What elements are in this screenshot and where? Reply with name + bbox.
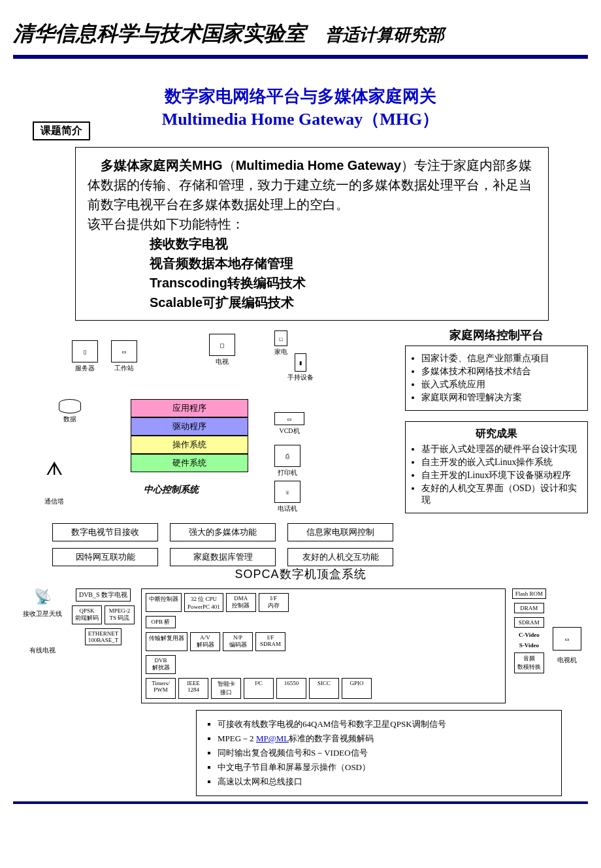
home-net-b2: 嵌入式系统应用 [421, 379, 581, 391]
dev-phone: 电话机 [278, 505, 297, 512]
bus-5: SICC [309, 678, 339, 699]
blk-qpsk: QPSK 前端解码 [72, 605, 102, 624]
header-rule [13, 55, 588, 59]
feature-2: Transcoding转换编码技术 [150, 273, 536, 293]
home-gateway-diagram: ▯服务器 ▭工作站 数据 □电视 ☐家电 ▮手持设备 ▭VCD机 ⎙打印机 ☏电… [13, 327, 400, 562]
intro-bold-en: （Multimedia Home Gateway） [223, 158, 414, 172]
main-title-cn: 数字家电网络平台与多媒体家庭网关 [13, 85, 588, 108]
lab-title: 清华信息科学与技术国家实验室 [13, 20, 306, 48]
dev-tower: 通信塔 [44, 498, 64, 505]
blk-opb: OPB 桥 [146, 616, 176, 628]
sopca-features: 可接收有线数字电视的64QAM信号和数字卫星QPSK调制信号 MPEG－2 MP… [196, 710, 562, 796]
intro-p2: 该平台提供如下功能特性： [88, 214, 536, 234]
blk-dram: DRAM [514, 603, 544, 613]
bus-1: IEEE 1284 [178, 678, 208, 699]
tv-label: 电视机 [557, 656, 577, 665]
home-net-box: 国家计委、信息产业部重点项目 多媒体技术和网络技术结合 嵌入式系统应用 家庭联网… [405, 346, 588, 411]
blk-np: N/P 编码器 [223, 632, 253, 651]
bf-2: 同时输出复合视频信号和S－VIDEO信号 [218, 747, 551, 759]
research-b1: 自主开发的嵌入式Linux操作系统 [421, 457, 581, 468]
blk-dac: 音频 数模转换 [514, 652, 544, 673]
dev-appliance: 家电 [274, 348, 287, 355]
blk-intc: 中断控制器 [146, 593, 182, 612]
sopca-diagram: 📡 接收卫星天线 有线电视 DVB_S 数字电视 QPSK 前端解码 MPEG-… [13, 588, 588, 703]
dev-handheld: 手持设备 [287, 374, 314, 381]
blk-sdram: SDRAM [514, 617, 544, 628]
bus-0: Timers/ PWM [146, 678, 176, 699]
feat-3: 因特网互联功能 [52, 548, 158, 566]
mpml-link[interactable]: MP@ML [256, 733, 289, 743]
dev-workstation: 工作站 [114, 364, 134, 372]
comm-tower-icon: ᗑ [46, 458, 63, 480]
dev-vcd: VCD机 [279, 427, 299, 434]
bf-3: 中文电子节目单和屏幕显示操作（OSD） [218, 762, 551, 773]
blk-eth: ETHERNET 100BASE_T [85, 628, 122, 645]
research-b0: 基于嵌入式处理器的硬件平台设计实现 [421, 443, 581, 455]
cable-label: 有线电视 [29, 646, 56, 655]
bf-0: 可接收有线数字电视的64QAM信号和数字卫星QPSK调制信号 [218, 718, 551, 730]
research-b2: 自主开发的Linux环境下设备驱动程序 [421, 470, 581, 481]
blk-dvb: DVB 解扰器 [146, 655, 176, 674]
home-net-title: 家庭网络控制平台 [405, 327, 588, 343]
feat-5: 友好的人机交互功能 [287, 548, 393, 566]
intro-bold-cn: 多媒体家庭网关MHG [101, 158, 223, 172]
dish-label: 接收卫星天线 [23, 609, 62, 619]
footer-rule [13, 801, 588, 804]
home-net-b1: 多媒体技术和网络技术结合 [421, 366, 581, 378]
layer-driver: 驱动程序 [131, 417, 248, 436]
section-label: 课题简介 [33, 121, 90, 140]
intro-box: 多媒体家庭网关MHG（Multimedia Home Gateway）专注于家庭… [75, 147, 549, 321]
bus-2: 智能卡 接口 [211, 678, 241, 699]
blk-av: A/V 解码器 [190, 632, 220, 651]
feat-4: 家庭数据库管理 [170, 548, 276, 566]
research-title: 研究成果 [412, 427, 581, 441]
research-b3: 友好的人机交互界面（OSD）设计和实现 [421, 483, 581, 506]
blk-ifmem: I/F 内存 [259, 593, 289, 612]
feature-3: Scalable可扩展编码技术 [150, 293, 536, 312]
bus-3: I²C [244, 678, 274, 699]
center-control-label: 中心控制系统 [144, 484, 199, 496]
layer-os: 操作系统 [131, 436, 248, 454]
blk-demux: 传输解复用器 [146, 632, 187, 651]
feat-2: 信息家电联网控制 [287, 523, 393, 541]
dev-tv: 电视 [216, 358, 229, 365]
bf-1: MPEG－2 MP@ML标准的数字音视频解码 [218, 733, 551, 745]
blk-dvbs: DVB_S 数字电视 [76, 588, 131, 602]
bus-6: GPIO [342, 678, 372, 699]
feature-0: 接收数字电视 [150, 234, 536, 253]
software-stack: 应用程序 驱动程序 操作系统 硬件系统 [131, 399, 248, 472]
blk-ifsd: I/F SDRAM [255, 632, 285, 651]
layer-hw: 硬件系统 [131, 454, 248, 472]
blk-cpu: 32 位 CPU PowerPC 401 [184, 593, 223, 612]
bf-4: 高速以太网和总线接口 [218, 776, 551, 788]
bus-4: 16550 [276, 678, 306, 699]
home-net-b3: 家庭联网和管理解决方案 [421, 392, 581, 404]
layer-app: 应用程序 [131, 399, 248, 417]
lbl-cvideo: C-Video [519, 632, 540, 638]
blk-dma: DMA 控制器 [226, 593, 256, 612]
feat-1: 强大的多媒体功能 [170, 523, 276, 541]
dept-title: 普适计算研究部 [325, 24, 444, 46]
blk-flash: Flash ROM [512, 588, 546, 599]
dev-printer: 打印机 [278, 469, 297, 476]
feat-0: 数字电视节目接收 [52, 523, 158, 541]
home-net-b0: 国家计委、信息产业部重点项目 [421, 353, 581, 364]
dev-server: 服务器 [75, 364, 95, 372]
dev-db: 数据 [63, 415, 76, 423]
research-box: 研究成果 基于嵌入式处理器的硬件平台设计实现 自主开发的嵌入式Linux操作系统… [405, 421, 588, 513]
lbl-svideo: S-Video [519, 642, 539, 649]
feature-1: 视音频数据本地存储管理 [150, 253, 536, 273]
blk-mpeg2: MPEG-2 TS 码流 [105, 605, 135, 624]
